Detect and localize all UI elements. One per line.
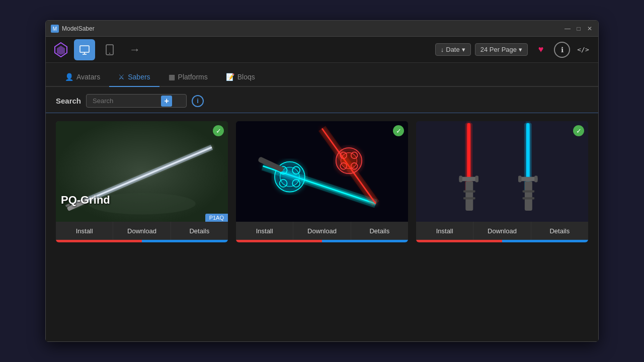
- svg-rect-43: [463, 197, 475, 199]
- svg-rect-41: [465, 181, 473, 211]
- window-title: ModelSaber: [62, 25, 564, 32]
- platforms-icon: ▦: [169, 73, 175, 81]
- svg-rect-49: [525, 181, 532, 211]
- card-3-install-button[interactable]: Install: [416, 222, 473, 240]
- card-2-buttons: Install Download Details: [236, 222, 408, 240]
- card-1-color-bar: [56, 240, 228, 242]
- per-page-dropdown[interactable]: 24 Per Page ▾: [475, 43, 528, 56]
- maximize-button[interactable]: □: [575, 25, 582, 32]
- card-1-buttons: Install Download Details: [56, 222, 228, 240]
- sabers-icon: ⚔: [118, 73, 125, 81]
- saber-1-svg: [56, 121, 228, 222]
- card-1-title: PQ-Grind: [61, 194, 110, 207]
- search-input[interactable]: [91, 95, 161, 107]
- card-3-verified: ✓: [573, 125, 584, 136]
- search-add-button[interactable]: +: [161, 96, 172, 107]
- bloqs-icon: 📝: [226, 73, 234, 81]
- tab-sabers[interactable]: ⚔ Sabers: [109, 68, 159, 87]
- tab-bloqs[interactable]: 📝 Bloqs: [217, 68, 264, 87]
- window-controls: — □ ✕: [564, 25, 593, 32]
- tab-avatars-label: Avatars: [76, 73, 100, 81]
- card-1-color-red: [56, 240, 142, 242]
- card-2-verified: ✓: [393, 125, 404, 136]
- tab-avatars[interactable]: 👤 Avatars: [56, 68, 109, 87]
- svg-point-9: [109, 53, 110, 54]
- card-1-badge: P1AQ: [205, 214, 228, 222]
- content-area: ✓ PQ-Grind P1AQ Install Download Details: [46, 113, 598, 341]
- search-bar: Search + i: [46, 87, 598, 113]
- search-info-button[interactable]: i: [192, 95, 204, 107]
- card-2-color-bar: [236, 240, 408, 242]
- per-page-arrow-icon: ▾: [519, 46, 522, 53]
- card-2-image: ✓: [236, 121, 408, 222]
- avatars-icon: 👤: [65, 73, 73, 81]
- svg-rect-42: [463, 190, 475, 192]
- login-button[interactable]: →: [124, 39, 145, 60]
- tab-platforms-label: Platforms: [178, 73, 208, 81]
- info-button[interactable]: ℹ: [554, 42, 570, 58]
- svg-rect-35: [416, 121, 588, 222]
- card-3-buttons: Install Download Details: [416, 222, 588, 240]
- per-page-label: 24 Per Page: [480, 46, 517, 53]
- card-2-download-button[interactable]: Download: [293, 222, 351, 240]
- svg-rect-50: [523, 190, 535, 192]
- saber-2-svg: [236, 121, 408, 222]
- sort-arrow-icon: ▾: [462, 46, 465, 53]
- favorites-button[interactable]: ♥: [532, 41, 550, 59]
- logo-icon: [52, 41, 70, 59]
- card-1-download-button[interactable]: Download: [113, 222, 171, 240]
- svg-rect-39: [459, 176, 462, 183]
- sort-dropdown[interactable]: ↓ Date ▾: [435, 43, 471, 56]
- svg-text:M: M: [53, 26, 57, 32]
- saber-3-svg: [416, 121, 588, 222]
- card-3-download-button[interactable]: Download: [473, 222, 531, 240]
- card-1-verified: ✓: [213, 125, 224, 136]
- tab-sabers-label: Sabers: [128, 73, 150, 81]
- svg-rect-48: [534, 176, 537, 183]
- app-icon: M: [51, 25, 59, 33]
- search-label: Search: [56, 97, 81, 105]
- toolbar-right: ↓ Date ▾ 24 Per Page ▾ ♥ ℹ </>: [435, 41, 592, 59]
- svg-rect-40: [475, 176, 478, 183]
- card-pq-grind: ✓ PQ-Grind P1AQ Install Download Details: [56, 121, 228, 242]
- svg-rect-5: [80, 46, 89, 52]
- card-3-color-red: [416, 240, 502, 242]
- svg-rect-47: [518, 176, 521, 183]
- sort-down-icon: ↓: [441, 46, 444, 53]
- tab-bloqs-label: Bloqs: [237, 73, 255, 81]
- card-1-image: ✓ PQ-Grind P1AQ: [56, 121, 228, 222]
- mobile-nav-button[interactable]: [99, 39, 120, 60]
- card-2-color-blue: [322, 240, 408, 242]
- card-3-color-blue: [502, 240, 588, 242]
- app-window: M ModelSaber — □ ✕: [45, 20, 599, 342]
- card-3-color-bar: [416, 240, 588, 242]
- card-3-details-button[interactable]: Details: [531, 222, 588, 240]
- card-3: ✓ Install Download Details: [416, 121, 588, 242]
- tabs-bar: 👤 Avatars ⚔ Sabers ▦ Platforms 📝 Bloqs: [46, 63, 598, 87]
- search-input-wrap: +: [86, 94, 187, 108]
- sort-label: Date: [446, 46, 459, 53]
- card-1-color-blue: [142, 240, 228, 242]
- card-2: ✓ Install Download Details: [236, 121, 408, 242]
- card-3-image: ✓: [416, 121, 588, 222]
- minimize-button[interactable]: —: [564, 25, 571, 32]
- code-button[interactable]: </>: [574, 41, 592, 59]
- tab-platforms[interactable]: ▦ Platforms: [159, 68, 217, 87]
- card-2-details-button[interactable]: Details: [351, 222, 408, 240]
- title-bar: M ModelSaber — □ ✕: [46, 21, 598, 37]
- svg-rect-51: [523, 197, 535, 199]
- card-1-install-button[interactable]: Install: [56, 222, 113, 240]
- desktop-nav-button[interactable]: [74, 39, 95, 60]
- cards-grid: ✓ PQ-Grind P1AQ Install Download Details: [56, 121, 588, 242]
- card-2-install-button[interactable]: Install: [236, 222, 293, 240]
- toolbar: → ↓ Date ▾ 24 Per Page ▾ ♥ ℹ </>: [46, 37, 598, 63]
- svg-point-29: [341, 153, 357, 169]
- card-1-details-button[interactable]: Details: [171, 222, 228, 240]
- card-2-color-red: [236, 240, 322, 242]
- close-button[interactable]: ✕: [586, 25, 593, 32]
- svg-rect-16: [236, 121, 408, 222]
